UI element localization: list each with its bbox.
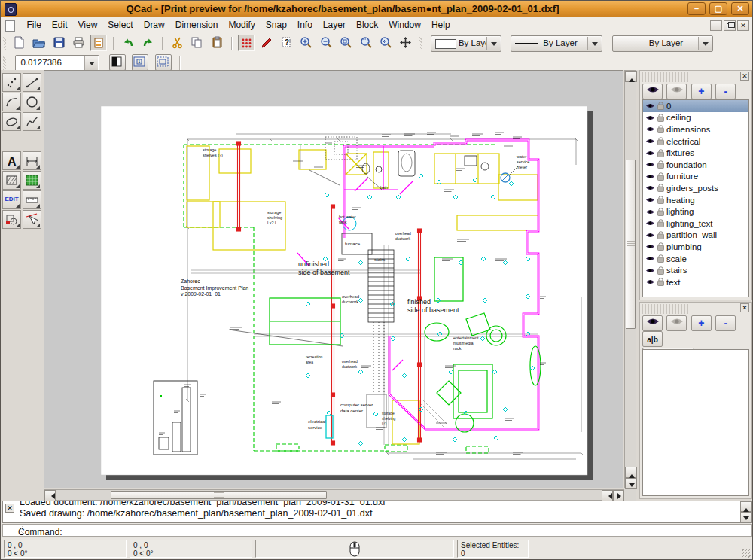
layer-row-heating[interactable]: heating — [643, 194, 748, 206]
color-combo[interactable]: By Layer — [431, 35, 501, 52]
tool-hatch-button[interactable] — [2, 171, 21, 190]
canvas-vertical-scrollbar[interactable] — [624, 70, 636, 488]
scale-combo[interactable]: 0.0127386 — [15, 55, 99, 72]
paste-button[interactable] — [209, 35, 225, 51]
redo-button[interactable] — [140, 35, 157, 51]
command-history[interactable]: ✕ Loaded document: /home/kzahorec/baseme… — [2, 501, 752, 523]
scroll-up-button[interactable] — [625, 71, 637, 82]
canvas-horizontal-scrollbar[interactable] — [44, 489, 624, 501]
layer-row-plumbing[interactable]: plumbing — [643, 241, 748, 253]
menu-layer[interactable]: Layer — [318, 17, 351, 32]
layer-row-foundation[interactable]: foundation — [643, 159, 748, 171]
layer-row-lighting[interactable]: lighting — [643, 205, 748, 218]
save-button[interactable] — [50, 35, 67, 51]
menu-snap[interactable]: Snap — [261, 17, 292, 32]
scroll-left-button-2[interactable] — [602, 490, 613, 501]
cut-button[interactable] — [169, 35, 186, 51]
menu-edit[interactable]: Edit — [47, 17, 73, 32]
layer-row-text[interactable]: text — [643, 276, 748, 288]
layer-panel-close-icon[interactable]: ✕ — [740, 72, 749, 81]
print-button[interactable] — [71, 35, 87, 51]
tool-measure-button[interactable] — [23, 190, 41, 209]
open-file-button[interactable] — [31, 35, 47, 51]
block-panel-handle[interactable]: ✕ — [642, 304, 749, 314]
layer-row-0[interactable]: 0 — [643, 100, 748, 112]
menu-dimension[interactable]: Dimension — [170, 17, 224, 32]
tool-text-button[interactable]: A — [2, 151, 21, 170]
black-white-toggle-button[interactable] — [109, 54, 126, 71]
remove-block-button[interactable]: - — [715, 315, 736, 331]
menu-file[interactable]: File — [21, 17, 46, 32]
mdi-close-button[interactable]: ✕ — [737, 20, 749, 31]
linestyle-combo-dropdown[interactable] — [698, 37, 712, 50]
layer-row-ceiling[interactable]: ceiling — [643, 112, 748, 124]
tool-edit-button[interactable]: EDIT — [2, 190, 21, 209]
hscroll-thumb[interactable] — [111, 491, 327, 499]
menu-modify[interactable]: Modify — [223, 17, 260, 32]
tool-image-button[interactable] — [23, 171, 41, 190]
hide-all-layers-button[interactable] — [666, 84, 687, 99]
tool-points-button[interactable] — [2, 73, 21, 92]
scroll-left-button[interactable] — [44, 490, 56, 501]
command-history-close-icon[interactable]: ✕ — [5, 504, 14, 513]
linestyle-combo[interactable]: By Layer — [612, 35, 713, 52]
mdi-minimize-button[interactable]: – — [710, 20, 722, 31]
layer-panel-handle[interactable]: ✕ — [642, 72, 749, 82]
undo-button[interactable] — [120, 35, 136, 51]
add-layer-button[interactable]: + — [691, 84, 712, 99]
menu-select[interactable]: Select — [102, 17, 138, 32]
scroll-up-button-2[interactable] — [625, 467, 637, 478]
hide-all-blocks-button[interactable] — [666, 315, 687, 331]
show-all-blocks-button[interactable] — [642, 315, 663, 331]
layer-list[interactable]: 0ceilingdimensionselectricalfixturesfoun… — [642, 99, 749, 297]
toolbar-grip[interactable] — [3, 37, 6, 50]
tool-arcs-button[interactable] — [2, 93, 21, 111]
menu-draw[interactable]: Draw — [139, 17, 170, 32]
zoom-out-button[interactable] — [318, 35, 334, 51]
new-file-button[interactable] — [11, 35, 27, 51]
zoom-previous-button[interactable] — [378, 35, 395, 51]
tool-lines-button[interactable] — [23, 73, 41, 92]
title-bar[interactable]: QCad - [Print preview for /home/kzahorec… — [1, 1, 752, 18]
tool-circles-button[interactable] — [23, 93, 41, 111]
layer-row-girders_posts[interactable]: girders_posts — [643, 182, 748, 194]
layer-row-partition_wall[interactable]: partition_wall — [643, 230, 748, 242]
zoom-in-button[interactable] — [298, 35, 315, 51]
layer-row-furniture[interactable]: furniture — [643, 171, 748, 183]
center-to-page-button[interactable]: 1 — [132, 54, 148, 71]
maximize-button[interactable]: ▢ — [709, 2, 727, 15]
tool-splines-button[interactable] — [23, 112, 41, 131]
color-combo-dropdown[interactable] — [486, 37, 500, 50]
tool-dimensions-button[interactable] — [23, 151, 41, 170]
linewidth-combo[interactable]: By Layer — [511, 35, 602, 52]
layer-row-electrical[interactable]: electrical — [643, 135, 748, 148]
copy-button[interactable] — [189, 35, 206, 51]
scale-combo-dropdown[interactable] — [84, 56, 98, 70]
tool-deselect-button[interactable] — [23, 210, 41, 229]
grid-toggle-button[interactable] — [238, 35, 255, 51]
auto-zoom-button[interactable] — [338, 35, 355, 51]
fit-to-page-button[interactable] — [155, 54, 172, 71]
print-preview-button[interactable] — [90, 35, 107, 51]
layer-row-dimensions[interactable]: dimensions — [643, 123, 748, 135]
block-list[interactable] — [642, 349, 749, 496]
linewidth-combo-dropdown[interactable] — [587, 37, 601, 50]
layer-row-fixtures[interactable]: fixtures — [643, 147, 748, 159]
drawing-canvas[interactable]: ZahorecBasement Improvement Planv 2009-0… — [44, 70, 623, 488]
pan-button[interactable] — [398, 35, 414, 51]
rename-block-button[interactable]: a|b — [642, 331, 663, 347]
menu-info[interactable]: Info — [292, 17, 318, 32]
scroll-down-button[interactable] — [625, 478, 637, 489]
vscroll-thumb[interactable] — [626, 160, 636, 329]
command-line[interactable]: Command: — [2, 524, 752, 537]
mdi-restore-button[interactable] — [724, 20, 736, 31]
properties-button[interactable]: ? — [278, 35, 294, 51]
draw-pencil-button[interactable] — [258, 35, 275, 51]
block-panel-close-icon[interactable]: ✕ — [740, 303, 749, 312]
remove-layer-button[interactable]: - — [715, 84, 736, 99]
scroll-right-button[interactable] — [613, 490, 624, 501]
menu-view[interactable]: View — [73, 17, 103, 32]
menu-block[interactable]: Block — [351, 17, 383, 32]
layer-row-lighting_text[interactable]: lighting_text — [643, 218, 748, 230]
layer-row-scale[interactable]: scale — [643, 253, 748, 265]
